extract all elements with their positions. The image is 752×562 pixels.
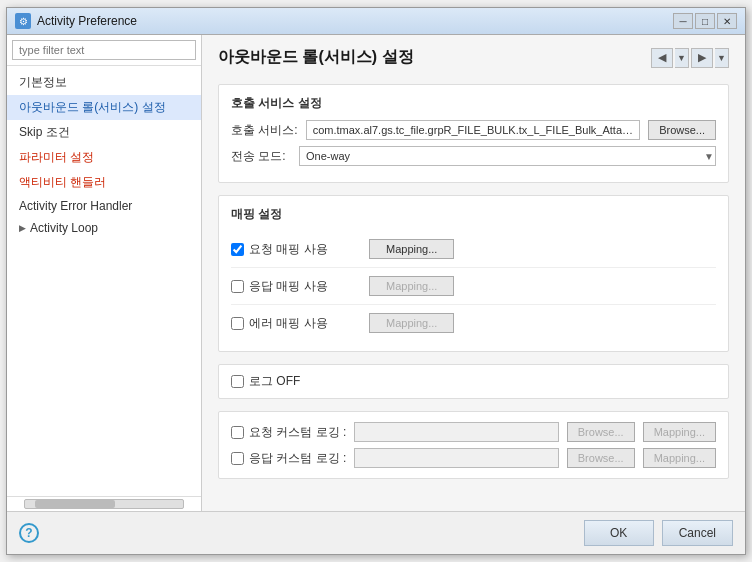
sidebar-item-skip[interactable]: Skip 조건	[7, 120, 201, 145]
log-off-section: 로그 OFF	[218, 364, 729, 399]
request-mapping-button[interactable]: Mapping...	[369, 239, 454, 259]
response-mapping-button[interactable]: Mapping...	[369, 276, 454, 296]
request-custom-log-checkbox[interactable]	[231, 426, 244, 439]
response-custom-log-mapping[interactable]: Mapping...	[643, 448, 716, 468]
sidebar-item-activity-handler[interactable]: 액티비티 핸들러	[7, 170, 201, 195]
response-custom-log-row: 응답 커스텀 로깅 : Browse... Mapping...	[231, 448, 716, 468]
window-controls: ─ □ ✕	[673, 13, 737, 29]
sidebar-item-outbound[interactable]: 아웃바운드 롤(서비스) 설정	[7, 95, 201, 120]
sidebar-scrollbar-container	[7, 496, 201, 511]
filter-input[interactable]	[12, 40, 196, 60]
error-mapping-checkbox[interactable]	[231, 317, 244, 330]
nav-forward-dropdown[interactable]: ▼	[715, 48, 729, 68]
maximize-button[interactable]: □	[695, 13, 715, 29]
service-row: 호출 서비스: Browse...	[231, 120, 716, 140]
page-title: 아웃바운드 롤(서비스) 설정	[218, 47, 414, 68]
request-mapping-row: 요청 매핑 사용 Mapping...	[231, 231, 716, 268]
sidebar-item-loop[interactable]: Activity Loop	[7, 217, 201, 239]
main-panel: 아웃바운드 롤(서비스) 설정 ◀ ▼ ▶ ▼ 호출 서비스 설정 호출 서비스…	[202, 35, 745, 511]
sidebar-item-param[interactable]: 파라미터 설정	[7, 145, 201, 170]
request-mapping-checkbox[interactable]	[231, 243, 244, 256]
dialog-icon: ⚙	[15, 13, 31, 29]
error-mapping-row: 에러 매핑 사용 Mapping...	[231, 305, 716, 341]
mapping-rows: 요청 매핑 사용 Mapping... 응답 매핑 사용 Mapping...	[231, 231, 716, 341]
service-label: 호출 서비스:	[231, 122, 298, 139]
service-browse-button[interactable]: Browse...	[648, 120, 716, 140]
main-title-row: 아웃바운드 롤(서비스) 설정 ◀ ▼ ▶ ▼	[218, 47, 729, 68]
sidebar-item-error-handler[interactable]: Activity Error Handler	[7, 195, 201, 217]
mode-select-wrapper: One-way Two-way Async ▼	[299, 146, 716, 166]
call-service-section: 호출 서비스 설정 호출 서비스: Browse... 전송 모드: One-w…	[218, 84, 729, 183]
call-service-title: 호출 서비스 설정	[231, 95, 716, 112]
response-mapping-checkbox-label[interactable]: 응답 매핑 사용	[231, 278, 361, 295]
request-custom-log-row: 요청 커스텀 로깅 : Browse... Mapping...	[231, 422, 716, 442]
nav-back-dropdown[interactable]: ▼	[675, 48, 689, 68]
close-button[interactable]: ✕	[717, 13, 737, 29]
sidebar-scrollbar-thumb	[35, 500, 115, 508]
ok-button[interactable]: OK	[584, 520, 654, 546]
minimize-button[interactable]: ─	[673, 13, 693, 29]
response-custom-log-browse[interactable]: Browse...	[567, 448, 635, 468]
request-custom-log-input[interactable]	[354, 422, 558, 442]
request-custom-log-mapping[interactable]: Mapping...	[643, 422, 716, 442]
mode-row: 전송 모드: One-way Two-way Async ▼	[231, 146, 716, 166]
sidebar: 기본정보 아웃바운드 롤(서비스) 설정 Skip 조건 파라미터 설정 액티비…	[7, 35, 202, 511]
dialog-buttons: OK Cancel	[584, 520, 733, 546]
error-mapping-checkbox-label[interactable]: 에러 매핑 사용	[231, 315, 361, 332]
custom-log-section: 요청 커스텀 로깅 : Browse... Mapping... 응답 커스텀 …	[218, 411, 729, 479]
response-mapping-checkbox[interactable]	[231, 280, 244, 293]
log-off-label[interactable]: 로그 OFF	[231, 373, 361, 390]
log-off-checkbox[interactable]	[231, 375, 244, 388]
content-area: 기본정보 아웃바운드 롤(서비스) 설정 Skip 조건 파라미터 설정 액티비…	[7, 35, 745, 511]
request-mapping-checkbox-label[interactable]: 요청 매핑 사용	[231, 241, 361, 258]
response-mapping-row: 응답 매핑 사용 Mapping...	[231, 268, 716, 305]
mapping-section: 매핑 설정 요청 매핑 사용 Mapping... 응	[218, 195, 729, 352]
sidebar-item-basic[interactable]: 기본정보	[7, 70, 201, 95]
request-custom-log-browse[interactable]: Browse...	[567, 422, 635, 442]
mode-label: 전송 모드:	[231, 148, 291, 165]
cancel-button[interactable]: Cancel	[662, 520, 733, 546]
request-custom-log-label[interactable]: 요청 커스텀 로깅 :	[231, 424, 346, 441]
mode-select[interactable]: One-way Two-way Async	[299, 146, 716, 166]
mapping-title: 매핑 설정	[231, 206, 716, 223]
dialog-title: Activity Preference	[37, 14, 667, 28]
nav-forward-button[interactable]: ▶	[691, 48, 713, 68]
nav-back-button[interactable]: ◀	[651, 48, 673, 68]
response-custom-log-input[interactable]	[354, 448, 558, 468]
filter-box	[7, 35, 201, 66]
sidebar-scrollbar[interactable]	[24, 499, 184, 509]
navigation-arrows: ◀ ▼ ▶ ▼	[651, 48, 729, 68]
nav-list: 기본정보 아웃바운드 롤(서비스) 설정 Skip 조건 파라미터 설정 액티비…	[7, 66, 201, 496]
activity-preference-dialog: ⚙ Activity Preference ─ □ ✕ 기본정보 아웃바운드 롤…	[6, 7, 746, 555]
help-icon[interactable]: ?	[19, 523, 39, 543]
error-mapping-button[interactable]: Mapping...	[369, 313, 454, 333]
bottom-bar: ? OK Cancel	[7, 511, 745, 554]
response-custom-log-checkbox[interactable]	[231, 452, 244, 465]
service-value-input[interactable]	[306, 120, 640, 140]
response-custom-log-label[interactable]: 응답 커스텀 로깅 :	[231, 450, 346, 467]
title-bar: ⚙ Activity Preference ─ □ ✕	[7, 8, 745, 35]
